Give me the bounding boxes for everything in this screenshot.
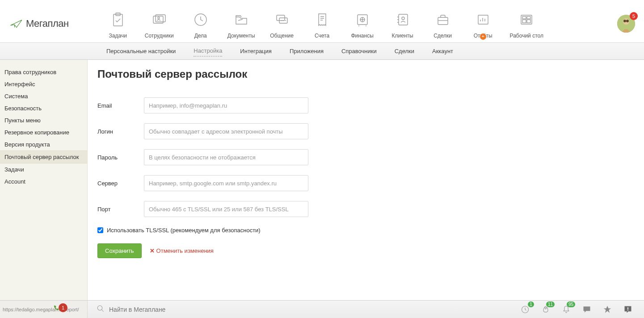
label-login: Логин (97, 128, 144, 135)
nav-finance[interactable]: Финансы (349, 8, 376, 39)
email-field[interactable] (144, 97, 308, 113)
svg-point-14 (402, 17, 404, 20)
cancel-button[interactable]: ✕ Отменить изменения (150, 247, 214, 254)
fire-badge: 11 (546, 301, 555, 307)
svg-rect-19 (527, 17, 530, 19)
svg-rect-18 (522, 17, 526, 19)
user-avatar[interactable]: 5 (617, 15, 635, 33)
label-port: Порт (97, 206, 144, 213)
settings-sidebar: Права сотрудников Интерфейс Система Безо… (0, 60, 88, 300)
svg-rect-28 (627, 307, 628, 310)
plus-icon[interactable]: + (480, 33, 486, 40)
port-field[interactable] (144, 201, 308, 217)
svg-rect-29 (627, 310, 628, 310)
bell-icon[interactable]: 95 (562, 305, 571, 314)
briefcase-icon (435, 12, 451, 28)
safe-icon (354, 12, 370, 28)
sidebar-item-account[interactable]: Account (0, 176, 87, 188)
label-email: Email (97, 102, 144, 109)
clipboard-icon (110, 12, 126, 28)
sidebar-item-mailserver[interactable]: Почтовый сервер рассылок (0, 151, 87, 163)
password-field[interactable] (144, 149, 308, 165)
nav-clients[interactable]: Клиенты (389, 8, 416, 39)
clock-icon (193, 12, 209, 28)
url-preview: https://tedaligo.megaplan.ru/report/ 1 (0, 301, 88, 318)
server-field[interactable] (144, 175, 308, 191)
search-input[interactable] (109, 306, 243, 313)
sidebar-item-version[interactable]: Версия продукта (0, 138, 87, 151)
nav-chat[interactable]: Общение (269, 8, 295, 39)
tab-apps[interactable]: Приложения (290, 46, 324, 56)
tab-personal-settings[interactable]: Персональные настройки (106, 46, 176, 56)
svg-point-24 (623, 20, 626, 22)
top-nav: Мегаплан Задачи Сотрудники Дела Документ… (0, 0, 644, 43)
dashboard-icon (518, 12, 535, 28)
svg-point-10 (285, 20, 286, 21)
logo-icon (10, 18, 23, 29)
svg-point-25 (626, 20, 629, 22)
bell-badge: 95 (567, 301, 575, 307)
nav-tasks[interactable]: Задачи (105, 8, 131, 39)
tab-directories[interactable]: Справочники (341, 46, 377, 56)
tls-checkbox[interactable] (97, 227, 103, 233)
message-icon[interactable] (582, 305, 591, 314)
login-field[interactable] (144, 123, 308, 139)
svg-rect-0 (114, 14, 122, 26)
content-area: Почтовый сервер рассылок Email Логин Пар… (88, 60, 644, 300)
nav-invoices[interactable]: Счета (309, 8, 336, 39)
clock-badge: 1 (528, 301, 534, 307)
svg-point-8 (282, 20, 282, 21)
nav-deals-calendar[interactable]: Дела (187, 8, 214, 39)
receipt-icon (314, 12, 330, 28)
contacts-icon (395, 12, 411, 28)
svg-rect-16 (478, 15, 488, 24)
sub-tabs: Персональные настройки Настройка Интегра… (0, 43, 644, 60)
clock-notification-icon[interactable]: 1 (521, 305, 530, 314)
sidebar-item-backup[interactable]: Резервное копирование (0, 126, 87, 138)
svg-rect-21 (527, 20, 530, 23)
sidebar-item-rights[interactable]: Права сотрудников (0, 66, 87, 78)
svg-point-4 (158, 17, 160, 19)
feedback-icon[interactable] (623, 305, 632, 314)
notification-badge: 5 (630, 12, 638, 20)
logo-text: Мегаплан (26, 18, 69, 29)
tab-integration[interactable]: Интеграция (240, 46, 272, 56)
chat-icon (274, 12, 290, 28)
sidebar-item-menu[interactable]: Пункты меню (0, 114, 87, 126)
close-icon: ✕ (150, 247, 155, 254)
chart-icon (475, 12, 491, 28)
nav-desktop[interactable]: Рабочий стол (510, 8, 543, 39)
sidebar-item-tasks[interactable]: Задачи (0, 163, 87, 176)
tab-deals[interactable]: Сделки (395, 46, 414, 56)
sidebar-item-security[interactable]: Безопасность (0, 102, 87, 114)
sidebar-item-system[interactable]: Система (0, 90, 87, 102)
svg-rect-15 (438, 17, 448, 25)
tls-label: Использовать TLS/SSL (рекомендуем для бе… (107, 227, 261, 234)
save-button[interactable]: Сохранить (97, 243, 142, 258)
sidebar-item-interface[interactable]: Интерфейс (0, 78, 87, 90)
svg-point-9 (283, 20, 284, 21)
page-title: Почтовый сервер рассылок (97, 68, 644, 80)
nav-reports[interactable]: Отчёты + (470, 8, 497, 39)
search-icon (97, 305, 105, 314)
label-password: Пароль (97, 154, 144, 161)
tab-settings[interactable]: Настройка (194, 46, 222, 57)
svg-rect-20 (522, 20, 526, 23)
logo[interactable]: Мегаплан (10, 18, 69, 29)
bottom-bar: https://tedaligo.megaplan.ru/report/ 1 1… (0, 300, 644, 318)
star-icon[interactable] (603, 305, 612, 314)
nav-documents[interactable]: Документы (227, 8, 255, 39)
id-card-icon (151, 12, 167, 28)
phone-badge: 1 (59, 303, 67, 312)
fire-icon[interactable]: 11 (541, 305, 550, 314)
label-server: Сервер (97, 180, 144, 187)
nav-deals[interactable]: Сделки (429, 8, 456, 39)
tab-account[interactable]: Аккаунт (432, 46, 453, 56)
folder-icon (233, 12, 249, 28)
nav-employees[interactable]: Сотрудники (145, 8, 174, 39)
svg-point-26 (97, 305, 102, 310)
